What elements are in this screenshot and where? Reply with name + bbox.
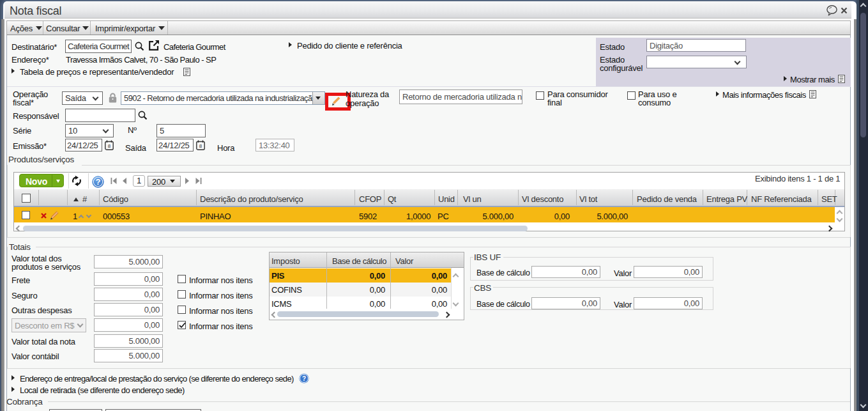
svg-text:8: 8 bbox=[199, 143, 202, 149]
svg-text:?: ? bbox=[96, 178, 101, 187]
svg-text:8: 8 bbox=[108, 143, 111, 149]
svg-text:?: ? bbox=[302, 375, 306, 382]
